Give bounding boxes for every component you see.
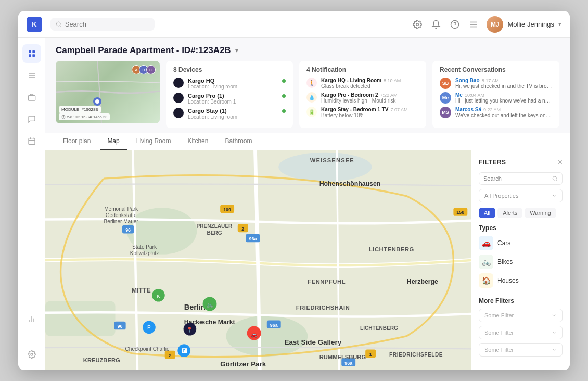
more-filter-1[interactable]: Some Filter bbox=[479, 309, 563, 322]
notif-text-1: Kargo HQ - Living Room 8:10 AM Glass bre… bbox=[321, 78, 419, 89]
filter-tab-alerts[interactable]: Alerts bbox=[497, 208, 522, 218]
search-bar[interactable] bbox=[50, 18, 155, 31]
notif-name-2: Kargo Pro - Bedroom 2 bbox=[321, 92, 378, 98]
tab-kitchen[interactable]: Kitchen bbox=[180, 133, 215, 150]
tab-floor-plan[interactable]: Floor plan bbox=[56, 133, 98, 150]
notif-3: 🔋 Kargo Stay - Bedroom 1 TV 7:07 AM Batt… bbox=[306, 107, 419, 118]
more-filter-2-chevron bbox=[552, 330, 557, 335]
topbar: K MJ Mollie Jennings ▾ bbox=[18, 11, 570, 38]
svg-text:Herzberge: Herzberge bbox=[407, 278, 438, 285]
notif-name-3: Kargo Stay - Bedroom 1 TV bbox=[321, 107, 388, 112]
device-1: Kargo HQ Location: Living room bbox=[173, 78, 286, 90]
device-loc-2: Location: Bedroom 1 bbox=[188, 99, 278, 105]
notif-time-2: 7:22 AM bbox=[380, 93, 397, 98]
sidebar-item-messages[interactable] bbox=[22, 110, 41, 129]
tab-map[interactable]: Map bbox=[100, 133, 126, 150]
avatar: MJ bbox=[487, 16, 503, 33]
svg-text:FRIEDRICHSHAIN: FRIEDRICHSHAIN bbox=[296, 304, 350, 311]
sidebar-item-portfolio[interactable] bbox=[22, 88, 41, 107]
filters-header: FILTERS × bbox=[479, 158, 563, 167]
type-cars[interactable]: 🚗 Cars bbox=[479, 236, 563, 250]
svg-text:FRIEDRICHSFELDE: FRIEDRICHSFELDE bbox=[389, 352, 443, 358]
svg-text:96a: 96a bbox=[344, 361, 353, 366]
svg-rect-14 bbox=[28, 96, 35, 100]
tab-living-room[interactable]: Living Room bbox=[129, 133, 178, 150]
bikes-icon: 🚲 bbox=[479, 255, 493, 269]
svg-text:PRENZLAUER: PRENZLAUER bbox=[197, 223, 233, 229]
device-name-2: Cargo Pro (1) bbox=[188, 93, 278, 99]
notif-desc-1: Glass break detected bbox=[321, 83, 419, 89]
notif-desc-2: Humidity levels high - Mould risk bbox=[321, 98, 419, 104]
convo-time-1: 8:17 AM bbox=[482, 78, 499, 83]
device-icon-3 bbox=[173, 108, 184, 118]
filter-tab-all[interactable]: All bbox=[479, 208, 495, 218]
more-filter-3-label: Some Filter bbox=[484, 347, 514, 353]
svg-point-0 bbox=[56, 22, 60, 26]
sidebar-item-analytics[interactable] bbox=[22, 310, 41, 328]
filter-tab-warning[interactable]: Warning bbox=[525, 208, 556, 218]
all-properties-dropdown[interactable]: All Properties bbox=[479, 189, 563, 202]
svg-text:Gedenkstätte: Gedenkstätte bbox=[106, 212, 137, 218]
svg-text:96a: 96a bbox=[249, 236, 257, 242]
svg-rect-7 bbox=[29, 50, 31, 53]
svg-rect-10 bbox=[32, 54, 35, 57]
type-houses[interactable]: 🏠 Houses bbox=[479, 273, 563, 288]
type-bikes[interactable]: 🚲 Bikes bbox=[479, 255, 563, 269]
close-filters-button[interactable]: × bbox=[558, 158, 563, 167]
notif-name-1: Kargo HQ - Living Room bbox=[321, 78, 381, 83]
property-title: Campbell Parade Apartment - ID#:123A2B bbox=[56, 45, 231, 56]
convo-avatar-3: MS bbox=[440, 107, 451, 118]
svg-text:Görlitzer Park: Görlitzer Park bbox=[220, 360, 266, 368]
svg-text:96: 96 bbox=[117, 324, 122, 329]
notif-icon-2: 💧 bbox=[306, 92, 317, 103]
device-dot-2 bbox=[282, 94, 286, 98]
property-chevron[interactable]: ▾ bbox=[235, 47, 238, 54]
cars-icon: 🚗 bbox=[479, 236, 493, 250]
filter-search-bar[interactable] bbox=[479, 172, 563, 185]
tab-bathroom[interactable]: Bathroom bbox=[218, 133, 259, 150]
svg-text:Hohenschönhausen: Hohenschönhausen bbox=[319, 180, 381, 187]
notifications-title: 4 Notification bbox=[306, 66, 419, 73]
convo-time-2: 10:04 AM bbox=[465, 93, 484, 98]
topbar-right: MJ Mollie Jennings ▾ bbox=[412, 16, 561, 33]
more-filter-3[interactable]: Some Filter bbox=[479, 343, 563, 357]
svg-rect-30 bbox=[45, 301, 115, 336]
houses-label: Houses bbox=[497, 277, 519, 284]
svg-text:Memorial Park: Memorial Park bbox=[104, 206, 138, 212]
device-loc-3: Location: Living room bbox=[188, 114, 278, 120]
convo-time-3: 9:22 AM bbox=[483, 107, 501, 112]
map-coords: 549912.16 8481456.23 bbox=[59, 113, 110, 120]
convo-3: MS Marcos Sá 9:22 AM We've checked out a… bbox=[440, 107, 552, 118]
search-input[interactable] bbox=[65, 20, 149, 28]
more-filter-1-chevron bbox=[552, 313, 557, 318]
svg-text:East Side Gallery: East Side Gallery bbox=[284, 338, 341, 346]
menu-icon[interactable] bbox=[468, 19, 479, 30]
notif-2: 💧 Kargo Pro - Bedroom 2 7:22 AM Humidity… bbox=[306, 92, 419, 104]
sidebar-item-grid[interactable] bbox=[22, 44, 41, 63]
svg-text:LICHTENBERG: LICHTENBERG bbox=[360, 325, 398, 331]
notif-time-1: 8:10 AM bbox=[384, 78, 401, 83]
more-filter-2[interactable]: Some Filter bbox=[479, 326, 563, 339]
help-icon[interactable] bbox=[449, 19, 461, 30]
bell-icon[interactable] bbox=[430, 19, 442, 30]
user-profile[interactable]: MJ Mollie Jennings ▾ bbox=[487, 16, 561, 33]
convo-text-2: Me 10:04 AM Hi - just letting you know w… bbox=[455, 92, 552, 104]
sidebar-item-list[interactable] bbox=[22, 66, 41, 85]
sidebar-item-settings[interactable] bbox=[22, 345, 41, 364]
convo-text-1: Song Bao 8:17 AM Hi, we just checked in … bbox=[455, 78, 552, 89]
map-area[interactable]: 96 96 109 2 96a 96a 2 96a bbox=[45, 150, 471, 370]
svg-text:2: 2 bbox=[169, 353, 171, 358]
svg-text:Kollwitzplatz: Kollwitzplatz bbox=[130, 250, 159, 256]
svg-text:WEISSENSEE: WEISSENSEE bbox=[310, 157, 354, 163]
svg-rect-8 bbox=[32, 50, 35, 53]
filter-search-input[interactable] bbox=[483, 175, 549, 182]
device-info-3: Cargo Stay (1) Location: Living room bbox=[188, 108, 278, 120]
svg-text:Checkpoint Charlie: Checkpoint Charlie bbox=[125, 346, 170, 352]
convo-name-3: Marcos Sá bbox=[455, 107, 481, 112]
sidebar-item-calendar[interactable] bbox=[22, 132, 41, 150]
settings-icon[interactable] bbox=[412, 19, 423, 30]
conversations-panel: Recent Conversations SB Song Bao 8:17 AM… bbox=[432, 61, 559, 128]
convo-msg-1: Hi, we just checked in and the TV is bro… bbox=[455, 83, 552, 89]
notifications-panel: 4 Notification 🚶 Kargo HQ - Living Room … bbox=[299, 61, 426, 128]
notif-text-3: Kargo Stay - Bedroom 1 TV 7:07 AM Batter… bbox=[321, 107, 419, 118]
